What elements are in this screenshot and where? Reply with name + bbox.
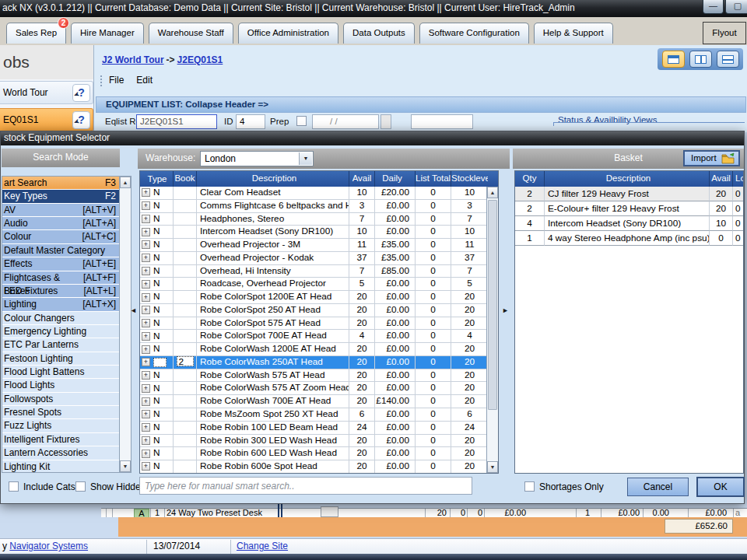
- shortages-only-option[interactable]: Shortages Only: [524, 481, 604, 492]
- ribbon-tab[interactable]: Software Configuration: [419, 23, 529, 44]
- stock-row[interactable]: +N Robe ColorSpot 250 AT Head 20 £0.00 0…: [140, 304, 498, 317]
- maximize-button[interactable]: ▢: [725, 0, 747, 14]
- col-book[interactable]: Book: [174, 171, 197, 187]
- expand-icon[interactable]: +: [142, 215, 150, 223]
- expand-icon[interactable]: +: [142, 450, 150, 458]
- eqlist-ref-input[interactable]: J2EQ01S1: [136, 114, 217, 129]
- help-drag-icon[interactable]: ?: [72, 111, 90, 129]
- expand-icon[interactable]: +: [142, 384, 150, 393]
- search-mode-item[interactable]: AV [ALT+V]: [2, 204, 119, 217]
- search-mode-item[interactable]: Lighting [ALT+X]: [2, 298, 119, 311]
- col-qty[interactable]: Qty: [515, 171, 545, 187]
- search-mode-item[interactable]: Fresnel Spots: [2, 406, 119, 419]
- search-mode-item[interactable]: Colour Changers: [2, 312, 119, 325]
- expand-icon[interactable]: +: [142, 267, 150, 275]
- cancel-button[interactable]: Cancel: [627, 478, 689, 496]
- stock-row[interactable]: +N Robe Robin 600 LED Wash Head 20 £0.00…: [140, 447, 498, 460]
- expand-icon[interactable]: +: [142, 423, 150, 432]
- expand-icon[interactable]: +: [142, 358, 150, 366]
- col-daily[interactable]: Daily: [375, 171, 416, 187]
- ribbon-tab[interactable]: Office Administration: [238, 23, 338, 44]
- stock-row[interactable]: +N Clear Com Headset 10 £20.00 0 10: [140, 187, 498, 200]
- stock-row[interactable]: +N Robe Robin 300 LED Wash Head 20 £0.00…: [140, 435, 498, 448]
- scroll-left-icon[interactable]: ◄: [130, 306, 137, 314]
- prep-date-input[interactable]: / /: [312, 114, 379, 129]
- search-mode-item[interactable]: ETC Par Lanterns: [2, 338, 119, 352]
- ok-button[interactable]: OK: [696, 477, 745, 497]
- search-mode-item[interactable]: Festoon Lighting: [2, 352, 119, 366]
- col-description[interactable]: Description: [197, 171, 349, 187]
- search-mode-item[interactable]: Emergency Lighting: [2, 325, 119, 338]
- show-hidden-checkbox[interactable]: [75, 481, 86, 492]
- stock-row[interactable]: +N Headphones, Stereo 7 £0.00 0 7: [140, 213, 498, 226]
- menu-file[interactable]: File: [109, 75, 124, 86]
- expand-icon[interactable]: +: [142, 280, 150, 289]
- search-mode-item[interactable]: Audio [ALT+A]: [2, 217, 119, 230]
- equipment-row[interactable]: A 1 24 Way Two Preset Desk 2000£0.001£0.…: [101, 508, 747, 517]
- col-list-total[interactable]: List Total: [416, 171, 451, 187]
- expand-icon[interactable]: +: [142, 306, 150, 314]
- return-date-input[interactable]: [411, 114, 473, 129]
- job-list-item[interactable]: World Tour ?: [0, 81, 93, 104]
- basket-row[interactable]: 2 E-Colour+ filter 129 Heavy Frost 20 0: [515, 201, 743, 216]
- search-mode-item[interactable]: art Search F3: [2, 177, 119, 190]
- stock-row[interactable]: +N Comms Flightcase 6 beltpacks and Head…: [140, 200, 498, 213]
- stock-row[interactable]: +N Robe ColorSpot 1200E AT Head 20 £0.00…: [140, 291, 498, 304]
- search-mode-scrollbar[interactable]: ▲ ▼: [119, 176, 132, 473]
- col-stocklevel[interactable]: Stocklevel: [451, 171, 488, 187]
- search-mode-item[interactable]: Default Master Category: [2, 244, 119, 257]
- basket-row[interactable]: 2 CJ filter 129 Heavy Frost 20 0: [515, 187, 743, 201]
- chevron-down-icon[interactable]: ▼: [299, 152, 312, 165]
- basket-row[interactable]: 4 Intercom Headset (Sony DR100) 10 0: [515, 216, 743, 231]
- search-mode-item[interactable]: Flood Lights: [2, 379, 119, 392]
- stock-row[interactable]: +N Robe ColorSpot 700E AT Head 4 £0.00 0…: [140, 330, 498, 343]
- warehouse-select[interactable]: London ▼: [200, 151, 314, 166]
- id-input[interactable]: 4: [236, 114, 265, 129]
- stock-row[interactable]: +N Robe ColorSpot 575 AT Head 20 £0.00 0…: [140, 317, 498, 331]
- stock-row[interactable]: + 2 Robe ColorWash 250AT Head 20 £0.00 0…: [140, 356, 498, 369]
- prep-checkbox[interactable]: [296, 116, 307, 126]
- expand-icon[interactable]: +: [142, 319, 150, 327]
- breadcrumb-job-link[interactable]: J2 World Tour: [102, 54, 164, 65]
- expand-icon[interactable]: +: [142, 240, 150, 249]
- stock-grid-scrollbar[interactable]: ▲ ▼: [486, 187, 498, 473]
- expand-icon[interactable]: +: [142, 345, 150, 354]
- stock-row[interactable]: +N Robe ColorWash 575 AT Head 20 £0.00 0…: [140, 369, 498, 383]
- stock-row[interactable]: +N Robe ColorWash 575 AT Zoom Head 20 £0…: [140, 382, 498, 395]
- search-mode-item[interactable]: Intelligent Fixtures: [2, 433, 119, 446]
- ribbon-tab[interactable]: Sales Rep 2: [6, 23, 66, 44]
- menu-edit[interactable]: Edit: [136, 75, 153, 86]
- expand-icon[interactable]: +: [142, 397, 150, 406]
- book-edit-box[interactable]: 2: [177, 356, 194, 366]
- manual-search-input[interactable]: [139, 477, 472, 495]
- stock-row[interactable]: +N Robe ColorWash 700E AT Head 20 £140.0…: [140, 395, 498, 408]
- layout-horizontal-split-button[interactable]: [717, 51, 739, 68]
- stock-row[interactable]: +N Intercom Headset (Sony DR100) 10 £0.0…: [140, 226, 498, 239]
- search-mode-item[interactable]: Lighting Kit: [2, 460, 119, 473]
- vendor-link[interactable]: Navigator Systems: [9, 541, 88, 551]
- expand-icon[interactable]: +: [142, 201, 150, 210]
- stock-row[interactable]: +N Overhead Projector - Kodak 37 £35.00 …: [140, 252, 498, 265]
- show-hidden-option[interactable]: Show Hidden: [75, 481, 146, 492]
- search-mode-item[interactable]: Followspots: [2, 393, 119, 406]
- search-mode-item[interactable]: Effects [ALT+E]: [2, 257, 119, 271]
- search-mode-item[interactable]: Colour [ALT+C]: [2, 230, 119, 243]
- ribbon-tab[interactable]: Hire Manager: [71, 23, 144, 44]
- expand-icon[interactable]: +: [142, 410, 150, 418]
- stock-row[interactable]: +N Robe Robin 100 LED Beam Head 24 £0.00…: [140, 422, 498, 435]
- include-cats-option[interactable]: Include Cats: [9, 481, 75, 492]
- search-mode-item[interactable]: Key Types F2: [2, 190, 119, 203]
- col-description[interactable]: Description: [545, 171, 710, 187]
- stock-row[interactable]: +N Robe MsZoom Spot 250 XT Head 6 £0.00 …: [140, 408, 498, 422]
- search-mode-item[interactable]: Lantern Accessories: [2, 446, 119, 460]
- equipment-list-header[interactable]: EQUIPMENT LIST: Collapse Header =>: [96, 96, 746, 113]
- date-picker-button[interactable]: [381, 114, 391, 129]
- stock-row[interactable]: +N Overhead, Hi Intensity 7 £85.00 0 7: [140, 265, 498, 278]
- expand-icon[interactable]: +: [142, 228, 150, 236]
- expand-icon[interactable]: +: [142, 293, 150, 302]
- basket-row[interactable]: 1 4 way Stereo Headphone Amp (inc psu) 0…: [515, 231, 743, 246]
- stock-row[interactable]: +N Robe ColorWash 1200E AT Head 20 £0.00…: [140, 343, 498, 356]
- expand-icon[interactable]: +: [142, 436, 150, 445]
- ribbon-tab[interactable]: Help & Support: [534, 23, 613, 44]
- import-button[interactable]: Import: [683, 150, 740, 166]
